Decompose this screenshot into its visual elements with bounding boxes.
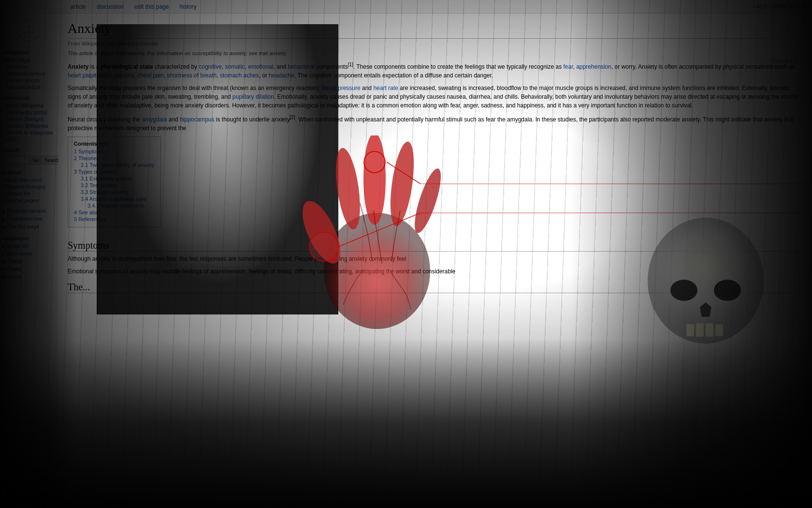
- sidebar-item-featured[interactable]: Featured content: [2, 71, 56, 76]
- cognitive-link[interactable]: cognitive: [199, 63, 221, 70]
- svg-text:The Free Encyclopedia: The Free Encyclopedia: [19, 36, 39, 38]
- toc-references-link[interactable]: 5 References: [74, 216, 105, 222]
- toc-see-also-link[interactable]: 4 See also: [74, 209, 99, 215]
- toc-palliative-link[interactable]: 3.4 Anxiety in palliative care: [81, 196, 146, 202]
- go-button[interactable]: Go: [30, 156, 41, 164]
- intro-paragraph-2: Somatically the body prepares the organi…: [68, 84, 802, 110]
- table-of-contents: Contents [edit] 1 Symptoms 2 Theories 2.…: [68, 136, 161, 227]
- toc-item-4: 4 See also: [74, 209, 155, 215]
- sidebar-toolbox: toolbox What links here Related changes …: [2, 169, 56, 203]
- behavioral-link[interactable]: behavioral: [288, 63, 315, 70]
- bullet-icon: [2, 226, 5, 228]
- sidebar-item-about[interactable]: About Wikipedia: [2, 103, 56, 108]
- stomach-link[interactable]: stomach aches: [220, 72, 259, 79]
- tab-edit[interactable]: edit this page: [131, 1, 172, 12]
- toc-title: Contents [edit]: [74, 141, 155, 147]
- sidebar-item-contact[interactable]: Contact Wikipedia: [2, 123, 56, 129]
- languages-title: languages: [2, 235, 56, 241]
- amygdala-link[interactable]: amygdala: [142, 116, 167, 123]
- toc-edit-link[interactable]: [edit]: [99, 141, 109, 147]
- tab-history[interactable]: history: [176, 1, 199, 12]
- sidebar-item-recent-changes[interactable]: Recent changes: [2, 116, 56, 122]
- sidebar-item-community[interactable]: Community portal: [2, 109, 56, 115]
- sidebar-item-current-events[interactable]: Current events: [2, 77, 56, 83]
- search-box: Go Search: [2, 156, 56, 164]
- sidebar-item-cite[interactable]: Cite this page: [7, 224, 39, 229]
- interaction-title: interaction: [2, 95, 56, 101]
- toolbox-title: toolbox: [2, 169, 56, 175]
- sidebar-languages: languages Bosanski Български Català Česk…: [2, 235, 56, 281]
- symptoms-section-title: Symptoms: [68, 240, 802, 252]
- sidebar-item-main-page[interactable]: Main Page: [2, 57, 56, 63]
- toc-types-link[interactable]: 3 Types of anxiety: [74, 169, 116, 175]
- sidebar-item-bulgarian[interactable]: Български: [7, 251, 32, 256]
- sidebar-item-bosanski[interactable]: Bosanski: [7, 243, 29, 249]
- top-tabs: article discussion edit this page histor…: [68, 1, 200, 12]
- symptoms-text-2: Emotional symptoms of anxiety may includ…: [68, 267, 802, 276]
- tab-article[interactable]: article: [68, 1, 89, 12]
- bullet-icon: [2, 261, 5, 263]
- bullet-icon: [2, 218, 5, 221]
- toc-test-link[interactable]: 3.2 Test anxiety: [81, 182, 117, 188]
- intro-paragraph-1: Anxiety is a physiological state charact…: [68, 61, 802, 80]
- bullet-icon: [2, 269, 5, 271]
- nausea-link[interactable]: nausea: [115, 72, 134, 79]
- somatic-link[interactable]: somatic: [225, 63, 245, 70]
- sidebar-item-special[interactable]: Special pages: [2, 197, 56, 203]
- svg-text:W: W: [28, 25, 31, 29]
- sidebar: W WIKIPEDIA The Free Encyclopedia naviga…: [0, 14, 58, 508]
- page-title: Anxiety: [68, 21, 802, 39]
- login-link[interactable]: Log in / create account: [754, 3, 807, 9]
- heart-palpitations-link[interactable]: heart palpitations: [68, 72, 112, 79]
- toc-existential-link[interactable]: 3.1 Existential anxiety: [81, 176, 132, 181]
- svg-text:WIKIPEDIA: WIKIPEDIA: [23, 30, 36, 33]
- sidebar-item-related-changes[interactable]: Related changes: [2, 184, 56, 190]
- apprehension-link[interactable]: apprehension: [576, 63, 611, 70]
- emotional-link[interactable]: emotional: [248, 63, 274, 70]
- top-bar: article discussion edit this page histor…: [0, 0, 812, 14]
- toc-stranger-link[interactable]: 3.3 Stranger anxiety: [81, 189, 128, 195]
- fear-link[interactable]: fear: [563, 63, 573, 70]
- toc-item-3-4-1: 3.4.1 Natural treatments: [74, 203, 155, 209]
- hippocampus-link[interactable]: hippocampus: [180, 116, 214, 123]
- toc-item-3: 3 Types of anxiety: [74, 169, 155, 175]
- emotions-label: Emotions: [771, 57, 798, 64]
- sidebar-item-random[interactable]: Random article: [2, 84, 56, 90]
- sidebar-item-printable[interactable]: Printable version: [7, 208, 46, 214]
- heart-rate-link[interactable]: heart rate: [373, 85, 398, 91]
- sidebar-item-upload[interactable]: Upload file: [2, 191, 56, 196]
- intro-paragraph-3: Neural circuitry involving the amygdala …: [68, 114, 802, 133]
- toc-item-5: 5 References: [74, 216, 155, 222]
- sidebar-item-what-links[interactable]: What links here: [2, 177, 56, 183]
- toc-symptoms-link[interactable]: 1 Symptoms: [74, 149, 103, 154]
- sidebar-item-donate[interactable]: Donate to Wikipedia: [2, 130, 56, 135]
- chest-pain-link[interactable]: chest pain: [137, 72, 164, 79]
- search-input[interactable]: [2, 156, 29, 164]
- wikipedia-logo-svg: W WIKIPEDIA The Free Encyclopedia: [14, 18, 44, 45]
- toc-item-3-1: 3.1 Existential anxiety: [74, 176, 155, 181]
- sidebar-interaction: interaction About Wikipedia Community po…: [2, 95, 56, 142]
- sidebar-item-cesky[interactable]: Česky: [7, 266, 22, 272]
- toc-natural-link[interactable]: 3.4.1 Natural treatments: [87, 203, 145, 209]
- sidebar-item-permanent[interactable]: Permanent link: [7, 216, 42, 222]
- sidebar-item-help[interactable]: Help: [2, 136, 56, 142]
- sidebar-item-contents[interactable]: Contents: [2, 64, 56, 70]
- toc-two-factor-link[interactable]: 2.1 Two factor theory of anxiety: [81, 162, 155, 168]
- sidebar-toolbox2: Printable version Permanent link Cite th…: [2, 208, 56, 230]
- blood-pressure-link[interactable]: blood pressure: [322, 85, 360, 91]
- toc-theories-link[interactable]: 2 Theories: [74, 155, 99, 161]
- toc-item-3-3: 3.3 Stranger anxiety: [74, 189, 155, 195]
- wiki-page: article discussion edit this page histor…: [0, 0, 812, 508]
- headache-link[interactable]: headache: [269, 72, 294, 79]
- pupillary-link[interactable]: pupillary dilation: [232, 93, 274, 100]
- bullet-icon: [2, 276, 5, 279]
- toc-item-3-2: 3.2 Test anxiety: [74, 182, 155, 188]
- shortness-link[interactable]: shortness of breath: [167, 72, 217, 79]
- sidebar-item-dansk[interactable]: Dansk: [7, 274, 22, 280]
- search-title: search: [2, 147, 56, 153]
- sidebar-item-catala[interactable]: Català: [7, 258, 22, 264]
- wiki-logo: W WIKIPEDIA The Free Encyclopedia: [2, 18, 56, 46]
- navigation-title: navigation: [2, 49, 56, 55]
- theories-section-title: The...: [68, 282, 802, 293]
- tab-discussion[interactable]: discussion: [94, 1, 127, 12]
